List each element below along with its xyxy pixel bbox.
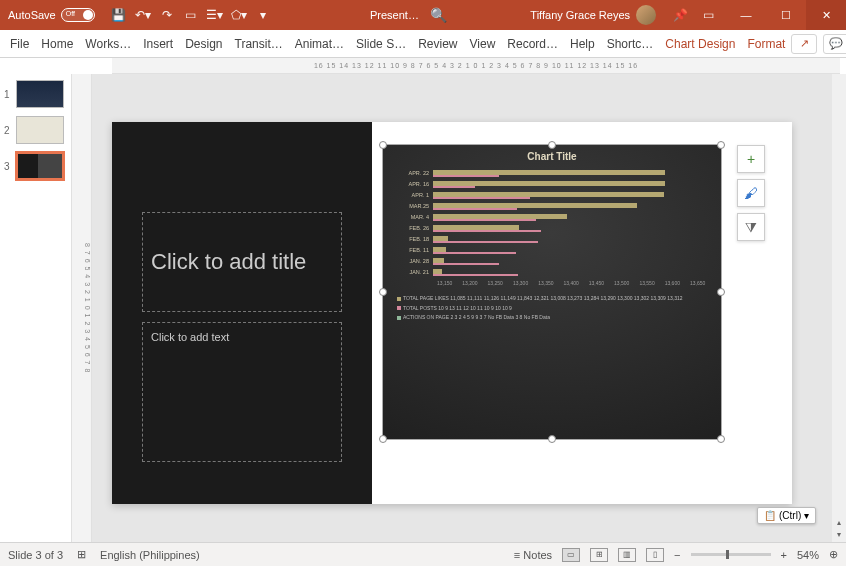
language-indicator[interactable]: English (Philippines) — [100, 549, 200, 561]
zoom-level[interactable]: 54% — [797, 549, 819, 561]
resize-handle-br[interactable] — [717, 435, 725, 443]
thumb-preview-2[interactable] — [16, 116, 64, 144]
chart-plot-area[interactable]: APR. 22APR. 16APR. 1MAR.25MAR. 4FEB. 26F… — [383, 168, 721, 286]
share-button[interactable]: ↗ — [791, 34, 817, 54]
tab-slideshow[interactable]: Slide S… — [350, 32, 412, 56]
tab-animations[interactable]: Animat… — [289, 32, 350, 56]
zoom-thumb[interactable] — [726, 550, 729, 559]
slide-sorter-view-button[interactable]: ⊞ — [590, 548, 608, 562]
scroll-up-icon[interactable]: ▴ — [832, 518, 846, 528]
tab-transitions[interactable]: Transit… — [229, 32, 289, 56]
tab-shortcuts[interactable]: Shortc… — [601, 32, 660, 56]
tab-format[interactable]: Format — [741, 32, 791, 56]
tab-chart-design[interactable]: Chart Design — [659, 32, 741, 56]
ribbon-right-buttons: ↗ 💬 — [791, 34, 846, 54]
slide-thumbnails: 1 2 3 — [0, 74, 72, 542]
resize-handle-mr[interactable] — [717, 288, 725, 296]
document-title: Present… — [370, 9, 419, 21]
slide-right-panel: Chart Title APR. 22APR. 16APR. 1MAR.25MA… — [372, 122, 792, 504]
tab-home[interactable]: Home — [35, 32, 79, 56]
tab-help[interactable]: Help — [564, 32, 601, 56]
avatar[interactable] — [636, 5, 656, 25]
slideshow-icon[interactable]: ▭ — [183, 7, 199, 23]
pin-icon[interactable]: 📌 — [672, 7, 688, 23]
vertical-ruler: 8 7 6 5 4 3 2 1 0 1 2 3 4 5 6 7 8 — [72, 74, 92, 542]
minimize-button[interactable]: — — [726, 0, 766, 30]
tab-recording[interactable]: Record… — [501, 32, 564, 56]
zoom-slider[interactable] — [691, 553, 771, 556]
legend-swatch-2 — [397, 306, 401, 310]
fit-to-window-button[interactable]: ⊕ — [829, 548, 838, 561]
tab-review[interactable]: Review — [412, 32, 463, 56]
legend-row-1: TOTAL PAGE LIKES 11,085 11,111 11,126 11… — [397, 294, 707, 304]
tab-view[interactable]: View — [464, 32, 502, 56]
chart-styles-button[interactable]: 🖌 — [737, 179, 765, 207]
thumbnail-3[interactable]: 3 — [4, 152, 67, 180]
maximize-button[interactable]: ☐ — [766, 0, 806, 30]
legend-row-2: TOTAL POSTS 10 9 13 11 12 10 11 10 9 10 … — [397, 304, 707, 314]
text-placeholder[interactable]: Click to add text — [142, 322, 342, 462]
tab-file[interactable]: File — [4, 32, 35, 56]
undo-icon[interactable]: ↶▾ — [135, 7, 151, 23]
zoom-out-button[interactable]: − — [674, 549, 680, 561]
slide-left-panel: Click to add title Click to add text — [112, 122, 372, 504]
ribbon-mode-icon[interactable]: ▭ — [700, 7, 716, 23]
tab-design[interactable]: Design — [179, 32, 228, 56]
status-bar: Slide 3 of 3 ⊞ English (Philippines) ≡ N… — [0, 542, 846, 566]
resize-handle-bl[interactable] — [379, 435, 387, 443]
notes-button[interactable]: ≡ Notes — [514, 549, 552, 561]
thumbnail-2[interactable]: 2 — [4, 116, 67, 144]
redo-icon[interactable]: ↷ — [159, 7, 175, 23]
slide-canvas[interactable]: Click to add title Click to add text Cha… — [92, 74, 846, 542]
scroll-down-icon[interactable]: ▾ — [832, 530, 846, 540]
zoom-in-button[interactable]: + — [781, 549, 787, 561]
slide-counter[interactable]: Slide 3 of 3 — [8, 549, 63, 561]
shape-icon[interactable]: ⬠▾ — [231, 7, 247, 23]
reading-view-button[interactable]: ▥ — [618, 548, 636, 562]
autosave-label: AutoSave — [8, 9, 56, 21]
chart-quick-buttons: + 🖌 ⧩ — [737, 145, 765, 241]
vertical-scrollbar[interactable]: ▴ ▾ — [832, 74, 846, 542]
main-area: 1 2 3 8 7 6 5 4 3 2 1 0 1 2 3 4 5 6 7 8 … — [0, 74, 846, 542]
resize-handle-tr[interactable] — [717, 141, 725, 149]
user-account[interactable]: Tiffany Grace Reyes — [530, 5, 656, 25]
slideshow-view-button[interactable]: ▯ — [646, 548, 664, 562]
tab-insert[interactable]: Insert — [137, 32, 179, 56]
chart-filters-button[interactable]: ⧩ — [737, 213, 765, 241]
search-icon[interactable]: 🔍 — [430, 7, 447, 23]
title-placeholder[interactable]: Click to add title — [142, 212, 342, 312]
list-icon[interactable]: ☰▾ — [207, 7, 223, 23]
chart-object[interactable]: Chart Title APR. 22APR. 16APR. 1MAR.25MA… — [382, 144, 722, 440]
resize-handle-tl[interactable] — [379, 141, 387, 149]
status-right: ≡ Notes ▭ ⊞ ▥ ▯ − + 54% ⊕ — [514, 548, 838, 562]
thumb-preview-3[interactable] — [16, 152, 64, 180]
quick-access-toolbar: 💾 ↶▾ ↷ ▭ ☰▾ ⬠▾ ▾ — [103, 7, 279, 23]
more-icon[interactable]: ▾ — [255, 7, 271, 23]
user-name: Tiffany Grace Reyes — [530, 9, 630, 21]
resize-handle-ml[interactable] — [379, 288, 387, 296]
comments-button[interactable]: 💬 — [823, 34, 846, 54]
window-controls: — ☐ ✕ — [726, 0, 846, 30]
thumbnail-1[interactable]: 1 — [4, 80, 67, 108]
chart-elements-button[interactable]: + — [737, 145, 765, 173]
titlebar-right-icons: 📌 ▭ — [672, 7, 716, 23]
legend-swatch-1 — [397, 297, 401, 301]
autosave-switch[interactable]: Off — [61, 8, 95, 22]
horizontal-ruler: 16 15 14 13 12 11 10 9 8 7 6 5 4 3 2 1 0… — [112, 58, 840, 74]
tab-workspace[interactable]: Works… — [79, 32, 137, 56]
close-button[interactable]: ✕ — [806, 0, 846, 30]
clipboard-icon: 📋 — [764, 510, 776, 521]
resize-handle-bm[interactable] — [548, 435, 556, 443]
chart-legend: TOTAL PAGE LIKES 11,085 11,111 11,126 11… — [383, 286, 721, 331]
save-icon[interactable]: 💾 — [111, 7, 127, 23]
paste-options-button[interactable]: 📋 (Ctrl) ▾ — [757, 507, 816, 524]
normal-view-button[interactable]: ▭ — [562, 548, 580, 562]
autosave-toggle[interactable]: AutoSave Off — [0, 8, 103, 22]
resize-handle-tm[interactable] — [548, 141, 556, 149]
thumb-preview-1[interactable] — [16, 80, 64, 108]
ribbon-tabs: File Home Works… Insert Design Transit… … — [0, 30, 846, 58]
legend-swatch-3 — [397, 316, 401, 320]
legend-row-3: ACTIONS ON PAGE 2 3 2 4 5 9 9 3 7 No FB … — [397, 313, 707, 323]
accessibility-icon[interactable]: ⊞ — [77, 548, 86, 561]
slide[interactable]: Click to add title Click to add text Cha… — [112, 122, 792, 504]
